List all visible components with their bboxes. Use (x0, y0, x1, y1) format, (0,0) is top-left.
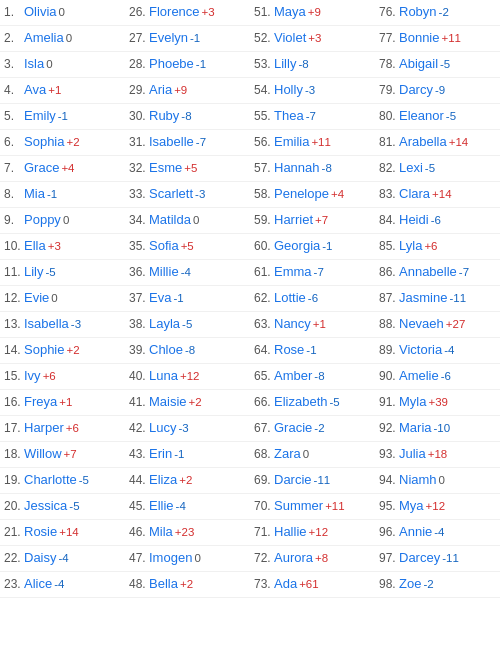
list-item: 73.Ada +61 (250, 572, 375, 598)
rank-number: 47. (129, 550, 149, 567)
list-item: 77.Bonnie +11 (375, 26, 500, 52)
change-value: -3 (178, 420, 188, 437)
rank-number: 83. (379, 186, 399, 203)
list-item: 48.Bella +2 (125, 572, 250, 598)
rank-number: 60. (254, 238, 274, 255)
change-value: -5 (79, 472, 89, 489)
name-label: Mya (399, 497, 424, 516)
rank-number: 98. (379, 576, 399, 593)
name-label: Olivia (24, 3, 57, 22)
change-value: +12 (426, 498, 446, 515)
list-item: 94.Niamh 0 (375, 468, 500, 494)
list-item: 43.Erin -1 (125, 442, 250, 468)
rank-number: 4. (4, 82, 24, 99)
list-item: 90.Amelie -6 (375, 364, 500, 390)
name-label: Myla (399, 393, 426, 412)
rank-number: 23. (4, 576, 24, 593)
name-label: Imogen (149, 549, 192, 568)
change-value: -7 (306, 108, 316, 125)
change-value: 0 (193, 212, 199, 229)
name-label: Zoe (399, 575, 421, 594)
change-value: +8 (315, 550, 328, 567)
name-label: Daisy (24, 549, 57, 568)
rank-number: 5. (4, 108, 24, 125)
list-item: 47.Imogen 0 (125, 546, 250, 572)
list-item: 76.Robyn -2 (375, 0, 500, 26)
change-value: -11 (314, 472, 331, 489)
change-value: -8 (185, 342, 195, 359)
rank-number: 68. (254, 446, 274, 463)
rank-number: 20. (4, 498, 24, 515)
rank-number: 30. (129, 108, 149, 125)
list-item: 66.Elizabeth -5 (250, 390, 375, 416)
name-label: Maya (274, 3, 306, 22)
list-item: 15.Ivy +6 (0, 364, 125, 390)
list-item: 38.Layla -5 (125, 312, 250, 338)
name-label: Amelia (24, 29, 64, 48)
change-value: +3 (202, 4, 215, 21)
name-label: Hallie (274, 523, 307, 542)
name-label: Abigail (399, 55, 438, 74)
name-label: Lexi (399, 159, 423, 178)
rank-number: 11. (4, 264, 24, 281)
rank-number: 69. (254, 472, 274, 489)
rank-number: 3. (4, 56, 24, 73)
rank-number: 45. (129, 498, 149, 515)
rank-number: 82. (379, 160, 399, 177)
list-item: 7.Grace +4 (0, 156, 125, 182)
change-value: +7 (315, 212, 328, 229)
change-value: +14 (449, 134, 469, 151)
change-value: +1 (59, 394, 72, 411)
rank-number: 57. (254, 160, 274, 177)
name-label: Annie (399, 523, 432, 542)
change-value: -7 (314, 264, 324, 281)
change-value: -6 (308, 290, 318, 307)
list-item: 67.Gracie -2 (250, 416, 375, 442)
name-label: Harper (24, 419, 64, 438)
rank-number: 53. (254, 56, 274, 73)
name-label: Mia (24, 185, 45, 204)
name-label: Lyla (399, 237, 422, 256)
rank-number: 37. (129, 290, 149, 307)
rank-number: 67. (254, 420, 274, 437)
name-label: Ivy (24, 367, 41, 386)
change-value: -1 (174, 446, 184, 463)
rank-number: 89. (379, 342, 399, 359)
rank-number: 33. (129, 186, 149, 203)
list-item: 18.Willow +7 (0, 442, 125, 468)
list-item: 46.Mila +23 (125, 520, 250, 546)
name-label: Ella (24, 237, 46, 256)
name-label: Freya (24, 393, 57, 412)
change-value: -4 (59, 550, 69, 567)
rank-number: 62. (254, 290, 274, 307)
rank-number: 7. (4, 160, 24, 177)
name-label: Annabelle (399, 263, 457, 282)
list-item: 20.Jessica -5 (0, 494, 125, 520)
rank-number: 6. (4, 134, 24, 151)
change-value: +39 (428, 394, 448, 411)
change-value: +11 (311, 134, 331, 151)
list-item: 54.Holly -3 (250, 78, 375, 104)
change-value: 0 (63, 212, 69, 229)
name-label: Evelyn (149, 29, 188, 48)
change-value: -7 (459, 264, 469, 281)
name-label: Maisie (149, 393, 187, 412)
name-label: Sophie (24, 341, 64, 360)
change-value: +1 (48, 82, 61, 99)
list-item: 14.Sophie +2 (0, 338, 125, 364)
rank-number: 43. (129, 446, 149, 463)
change-value: +2 (179, 472, 192, 489)
list-item: 26.Florence +3 (125, 0, 250, 26)
rank-number: 97. (379, 550, 399, 567)
change-value: -5 (46, 264, 56, 281)
change-value: +4 (331, 186, 344, 203)
list-item: 44.Eliza +2 (125, 468, 250, 494)
list-item: 40.Luna +12 (125, 364, 250, 390)
name-label: Bella (149, 575, 178, 594)
change-value: +11 (441, 30, 461, 47)
list-item: 68.Zara 0 (250, 442, 375, 468)
name-label: Alice (24, 575, 52, 594)
list-item: 21.Rosie +14 (0, 520, 125, 546)
rank-number: 44. (129, 472, 149, 489)
rank-number: 18. (4, 446, 24, 463)
